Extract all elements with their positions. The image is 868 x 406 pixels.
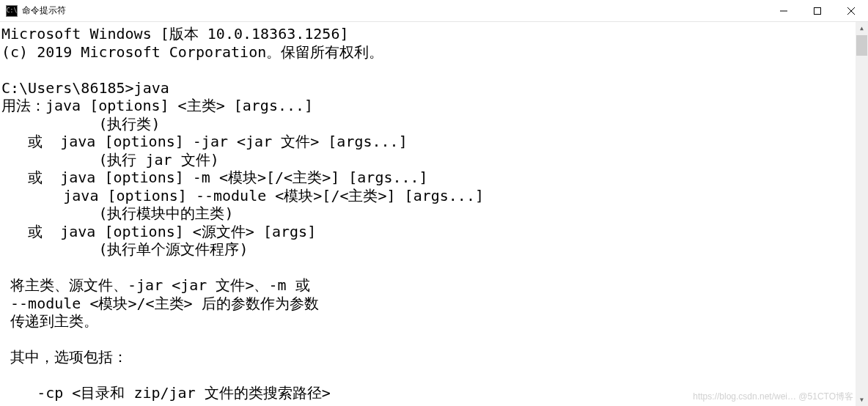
window-controls xyxy=(767,0,868,21)
svg-rect-1 xyxy=(814,7,821,14)
scroll-thumb[interactable] xyxy=(856,35,867,56)
scroll-down-arrow[interactable]: ▼ xyxy=(856,394,868,406)
titlebar-left: C:\ 命令提示符 xyxy=(0,4,66,17)
window-titlebar[interactable]: C:\ 命令提示符 xyxy=(0,0,868,22)
maximize-icon xyxy=(814,7,821,15)
terminal-area[interactable]: Microsoft Windows [版本 10.0.18363.1256] (… xyxy=(0,22,868,406)
vertical-scrollbar[interactable]: ▲ ▼ xyxy=(856,22,868,406)
minimize-button[interactable] xyxy=(767,0,801,21)
close-icon xyxy=(847,7,855,15)
maximize-button[interactable] xyxy=(801,0,834,21)
minimize-icon xyxy=(780,7,787,15)
cmd-icon: C:\ xyxy=(6,5,18,17)
terminal-output: Microsoft Windows [版本 10.0.18363.1256] (… xyxy=(0,22,868,402)
window-title: 命令提示符 xyxy=(22,4,66,17)
scroll-up-arrow[interactable]: ▲ xyxy=(856,22,868,34)
close-button[interactable] xyxy=(834,0,868,21)
